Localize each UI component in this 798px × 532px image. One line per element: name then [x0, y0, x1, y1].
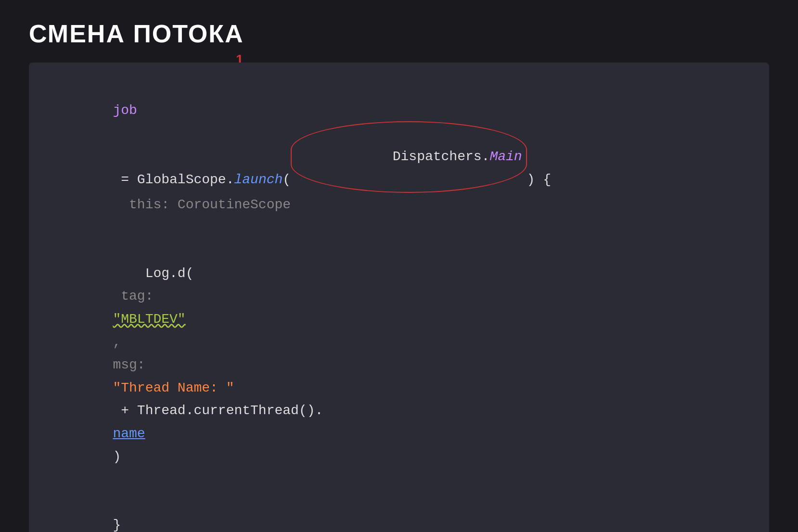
paren-close-brace-1: ) { — [527, 172, 551, 187]
code-line-1-3: } — [48, 491, 750, 532]
code-line-1-1: job = GlobalScope.launch( Dispatchers.Ma… — [48, 76, 750, 239]
closing-brace-1: } — [113, 518, 121, 532]
dispatchers-text-1: Dispatchers. — [393, 149, 490, 164]
close-paren-1: ) — [113, 449, 121, 464]
code-block-1: job = GlobalScope.launch( Dispatchers.Ma… — [29, 63, 769, 532]
plus-thread-1: + Thread.currentThread(). — [113, 403, 323, 418]
comma-1: , — [113, 335, 137, 350]
circle-dispatchers-main: Dispatchers.Main — [291, 121, 527, 193]
msg-label-1: msg: — [113, 357, 153, 372]
code-line-1-2: Log.d( tag: "MBLTDEV" , msg: "Thread Nam… — [48, 239, 750, 491]
comment-1: this: CoroutineScope — [113, 197, 291, 212]
code-text-1: = GlobalScope. — [113, 172, 234, 187]
page-container: СМЕНА ПОТОКА 1 job = GlobalScope.launch(… — [0, 0, 798, 532]
var-job-1: job — [113, 103, 137, 118]
tag-label-1: tag: — [113, 289, 161, 304]
paren-open-1: ( — [283, 172, 291, 187]
func-launch-1: launch — [234, 172, 283, 187]
thread-name-str-1: "Thread Name: " — [113, 380, 234, 395]
mbltdev-1: "MBLTDEV" — [113, 312, 185, 327]
log-d-1: Log.d( — [113, 266, 193, 281]
page-title: СМЕНА ПОТОКА — [29, 19, 769, 48]
name-prop-1: name — [113, 426, 145, 441]
main-text: Main — [489, 149, 522, 164]
